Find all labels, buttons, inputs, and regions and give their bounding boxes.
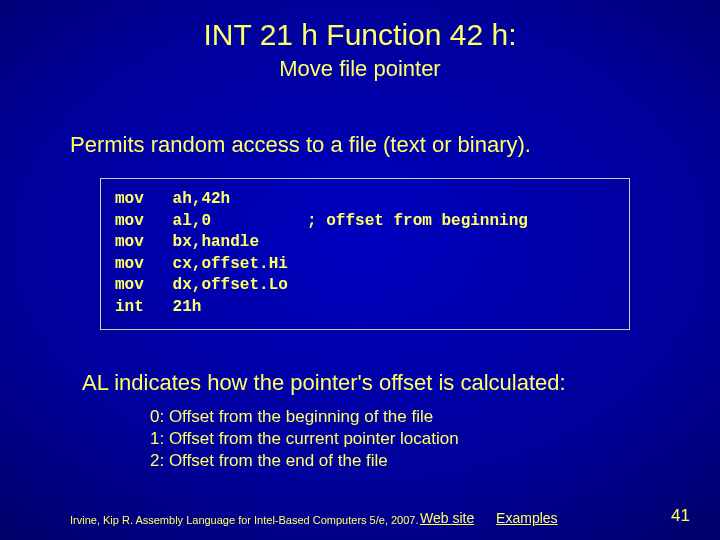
slide: INT 21 h Function 42 h: Move file pointe… bbox=[0, 0, 720, 540]
citation: Irvine, Kip R. Assembly Language for Int… bbox=[70, 514, 419, 526]
explanation-text: AL indicates how the pointer's offset is… bbox=[82, 370, 720, 396]
slide-title: INT 21 h Function 42 h: bbox=[0, 0, 720, 52]
list-item: 1: Offset from the current pointer locat… bbox=[150, 428, 720, 450]
examples-link[interactable]: Examples bbox=[496, 510, 557, 526]
footer-links: Web site Examples bbox=[420, 510, 576, 526]
website-link[interactable]: Web site bbox=[420, 510, 474, 526]
list-item: 0: Offset from the beginning of the file bbox=[150, 406, 720, 428]
page-number: 41 bbox=[671, 506, 690, 526]
intro-text: Permits random access to a file (text or… bbox=[70, 132, 720, 158]
offset-list: 0: Offset from the beginning of the file… bbox=[150, 406, 720, 472]
code-block: mov ah,42h mov al,0 ; offset from beginn… bbox=[100, 178, 630, 330]
slide-subtitle: Move file pointer bbox=[0, 56, 720, 82]
list-item: 2: Offset from the end of the file bbox=[150, 450, 720, 472]
